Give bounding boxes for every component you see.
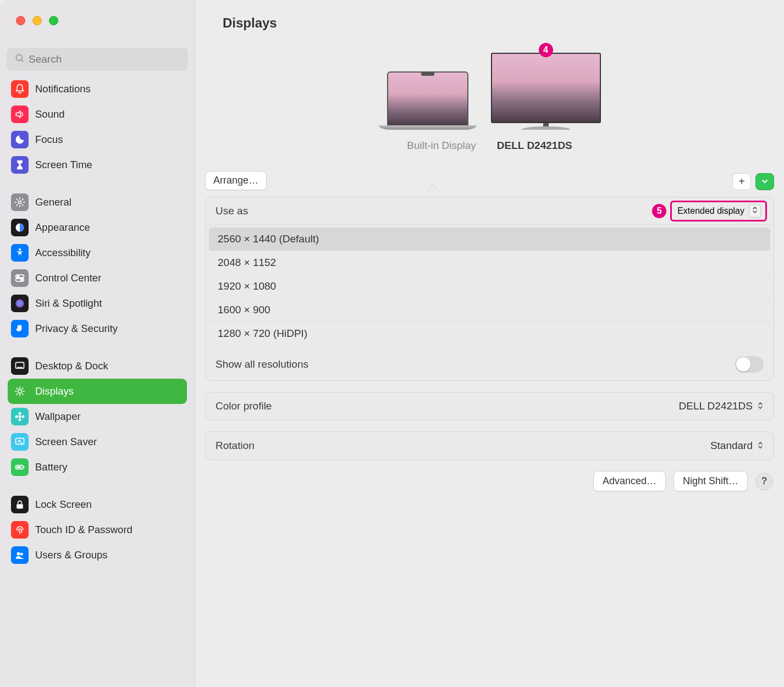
gear-icon [11, 193, 29, 211]
sidebar-item-label: Appearance [35, 221, 90, 234]
sidebar-item-wallpaper[interactable]: Wallpaper [8, 404, 187, 429]
moon-icon [11, 131, 29, 148]
sidebar-item-touch-id-password[interactable]: Touch ID & Password [8, 517, 187, 542]
color-profile-label: Color profile [216, 400, 272, 412]
sidebar-item-notifications[interactable]: Notifications [8, 76, 187, 102]
sidebar-item-focus[interactable]: Focus [8, 127, 187, 152]
color-profile-value: DELL D2421DS [679, 400, 753, 412]
hand-icon [11, 320, 29, 337]
resolution-option[interactable]: 2048 × 1152 [209, 251, 770, 275]
sidebar-item-label: Notifications [35, 83, 91, 95]
sidebar-item-label: Battery [35, 461, 68, 473]
flower-icon [11, 408, 29, 425]
svg-point-24 [20, 553, 23, 556]
display-menu-button[interactable] [755, 173, 774, 190]
accessibility-icon [11, 244, 29, 262]
sidebar-item-appearance[interactable]: Appearance [8, 215, 187, 240]
arrange-button[interactable]: Arrange… [205, 171, 267, 190]
svg-point-7 [17, 275, 19, 277]
zoom-window-button[interactable] [49, 16, 58, 25]
resolution-option[interactable]: 1600 × 900 [209, 298, 770, 322]
updown-icon [757, 400, 764, 412]
sidebar-item-sound[interactable]: Sound [8, 102, 187, 127]
sidebar: NotificationsSoundFocusScreen TimeGenera… [0, 0, 195, 687]
svg-point-2 [19, 201, 21, 204]
svg-point-0 [16, 54, 22, 60]
use-as-select[interactable]: 5 Extended display [670, 201, 767, 221]
show-all-toggle[interactable] [735, 356, 764, 373]
sidebar-item-lock-screen[interactable]: Lock Screen [8, 492, 187, 517]
svg-point-13 [19, 415, 21, 418]
resolution-list: 2560 × 1440 (Default)2048 × 11521920 × 1… [206, 225, 774, 348]
add-display-button[interactable]: + [732, 173, 751, 190]
sidebar-item-label: Users & Groups [35, 549, 108, 561]
builtin-display-thumb[interactable] [379, 71, 477, 130]
svg-point-12 [18, 390, 22, 394]
svg-point-4 [19, 248, 21, 251]
screensaver-icon [11, 433, 29, 451]
window-controls [0, 0, 195, 37]
night-shift-button[interactable]: Night Shift… [673, 471, 748, 491]
fingerprint-icon [11, 521, 29, 539]
use-as-row: Use as 5 Extended display [206, 197, 774, 225]
search-icon [14, 53, 25, 66]
annotation-badge-4: 4 [539, 43, 553, 57]
search-input[interactable] [29, 53, 188, 65]
sound-icon [11, 106, 29, 123]
selected-display-pointer [426, 185, 439, 191]
svg-rect-21 [24, 466, 25, 468]
sidebar-item-label: Accessibility [35, 247, 91, 259]
svg-line-1 [21, 60, 24, 62]
advanced-button[interactable]: Advanced… [593, 471, 666, 491]
minimize-window-button[interactable] [32, 16, 42, 25]
close-window-button[interactable] [16, 16, 25, 25]
page-title: Displays [195, 0, 784, 37]
sidebar-item-label: Screen Saver [35, 436, 97, 448]
external-display-thumb[interactable]: 4 [491, 53, 601, 130]
sidebar-item-displays[interactable]: Displays [8, 379, 187, 404]
color-profile-select[interactable]: DELL D2421DS [679, 400, 764, 412]
sidebar-item-label: Touch ID & Password [35, 524, 132, 536]
resolution-option[interactable]: 2560 × 1440 (Default) [209, 228, 770, 251]
external-display-label[interactable]: DELL D2421DS [497, 140, 572, 152]
svg-point-23 [17, 552, 20, 556]
sidebar-item-screen-time[interactable]: Screen Time [8, 152, 187, 178]
sidebar-item-label: Wallpaper [35, 411, 81, 423]
search-field[interactable] [7, 48, 188, 71]
lock-icon [11, 496, 29, 513]
rotation-row: Rotation Standard [206, 432, 774, 459]
rotation-value: Standard [710, 440, 753, 452]
resolution-option[interactable]: 1280 × 720 (HiDPI) [209, 322, 770, 345]
show-all-resolutions-row: Show all resolutions [206, 348, 774, 380]
sidebar-item-label: Displays [35, 385, 74, 397]
show-all-label: Show all resolutions [216, 358, 308, 370]
svg-rect-22 [16, 504, 23, 508]
sidebar-item-accessibility[interactable]: Accessibility [8, 240, 187, 265]
sidebar-item-label: Screen Time [35, 159, 92, 171]
sidebar-item-label: General [35, 196, 71, 208]
bell-icon [11, 80, 29, 98]
use-as-label: Use as [216, 205, 248, 217]
rotation-select[interactable]: Standard [710, 440, 764, 452]
sidebar-item-battery[interactable]: Battery [8, 455, 187, 480]
sidebar-item-label: Lock Screen [35, 498, 92, 511]
sidebar-item-siri-spotlight[interactable]: Siri & Spotlight [8, 291, 187, 316]
svg-point-14 [19, 412, 21, 415]
sidebar-item-general[interactable]: General [8, 190, 187, 215]
svg-point-15 [19, 418, 21, 421]
svg-point-16 [15, 415, 18, 418]
sidebar-item-users-groups[interactable]: Users & Groups [8, 542, 187, 568]
updown-icon [749, 204, 761, 218]
help-button[interactable]: ? [755, 473, 773, 490]
dock-icon [11, 357, 29, 375]
sidebar-item-privacy-security[interactable]: Privacy & Security [8, 316, 187, 341]
resolution-option[interactable]: 1920 × 1080 [209, 275, 770, 298]
rotation-label: Rotation [216, 440, 255, 452]
appearance-icon [11, 219, 29, 236]
builtin-display-label[interactable]: Built-in Display [407, 140, 476, 152]
sidebar-item-screen-saver[interactable]: Screen Saver [8, 429, 187, 455]
sidebar-item-label: Siri & Spotlight [35, 297, 102, 309]
users-icon [11, 546, 29, 564]
sidebar-item-desktop-dock[interactable]: Desktop & Dock [8, 353, 187, 379]
sidebar-item-control-center[interactable]: Control Center [8, 265, 187, 291]
